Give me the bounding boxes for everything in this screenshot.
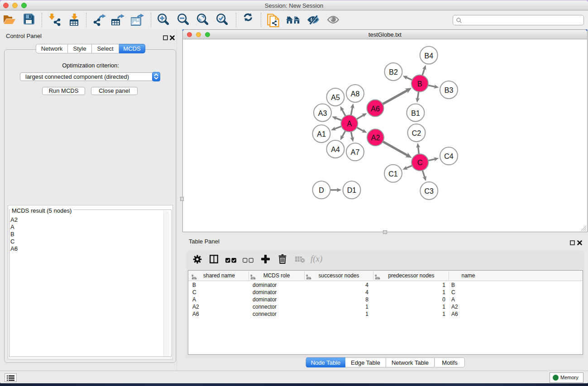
svg-text:A1: A1 xyxy=(317,130,326,138)
svg-text:A7: A7 xyxy=(351,148,360,156)
svg-text:A4: A4 xyxy=(331,146,340,153)
svg-text:B2: B2 xyxy=(389,68,398,76)
svg-text:C2: C2 xyxy=(412,129,421,137)
svg-text:C: C xyxy=(417,159,423,167)
svg-text:A: A xyxy=(347,120,352,128)
svg-text:D: D xyxy=(319,186,324,194)
svg-text:D1: D1 xyxy=(347,186,357,194)
svg-text:A5: A5 xyxy=(331,94,340,101)
svg-text:A2: A2 xyxy=(371,134,380,142)
svg-text:C4: C4 xyxy=(444,152,454,160)
svg-text:A3: A3 xyxy=(318,110,327,117)
svg-text:C3: C3 xyxy=(425,187,434,195)
svg-text:A8: A8 xyxy=(351,90,360,98)
svg-text:A6: A6 xyxy=(371,105,380,113)
svg-text:B1: B1 xyxy=(411,110,420,117)
svg-text:B3: B3 xyxy=(445,86,454,94)
svg-text:B4: B4 xyxy=(425,52,434,60)
svg-text:B: B xyxy=(417,80,422,88)
svg-text:C1: C1 xyxy=(388,170,398,178)
